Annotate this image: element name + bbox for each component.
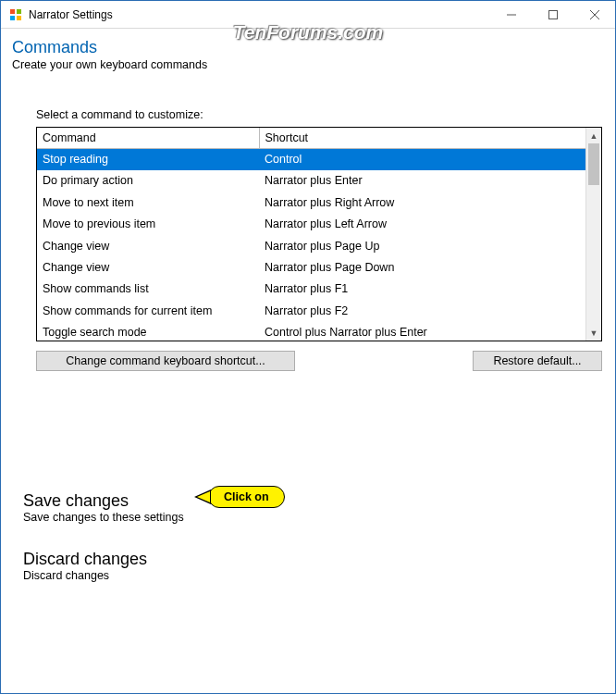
table-label: Select a command to customize: [36,108,602,121]
cell-shortcut: Narrator plus Page Up [259,236,585,257]
cell-shortcut: Narrator plus Left Arrow [259,214,585,235]
table-row[interactable]: Move to previous itemNarrator plus Left … [37,214,585,235]
scroll-up-icon[interactable]: ▲ [586,128,601,143]
svg-rect-1 [17,9,21,14]
table-row[interactable]: Show commands listNarrator plus F1 [37,279,585,300]
cell-command: Stop reading [37,149,259,171]
scroll-thumb[interactable] [588,143,599,185]
cell-shortcut: Narrator plus F2 [259,301,585,322]
save-changes-sub: Save changes to these settings [23,511,604,524]
cell-shortcut: Narrator plus Right Arrow [259,192,585,214]
cell-command: Do primary action [37,170,259,192]
cell-shortcut: Narrator plus F1 [259,279,585,300]
close-button[interactable] [573,1,615,28]
page-heading: Commands [12,38,604,57]
cell-command: Move to next item [37,192,259,214]
scroll-down-icon[interactable]: ▼ [586,325,601,341]
column-header-shortcut[interactable]: Shortcut [259,128,585,149]
svg-rect-3 [17,16,21,20]
cell-shortcut: Control [259,149,585,171]
app-icon [8,7,23,22]
table-row[interactable]: Toggle search modeControl plus Narrator … [37,322,585,341]
cell-command: Change view [37,236,259,257]
svg-rect-2 [10,16,15,20]
discard-changes-sub: Discard changes [23,569,604,582]
cell-command: Change view [37,257,259,279]
column-header-command[interactable]: Command [37,128,259,149]
table-row[interactable]: Change viewNarrator plus Page Up [37,236,585,257]
change-shortcut-button[interactable]: Change command keyboard shortcut... [36,351,295,371]
cell-shortcut: Narrator plus Page Down [259,257,585,279]
table-row[interactable]: Do primary actionNarrator plus Enter [37,170,585,192]
page-subtitle: Create your own keyboard commands [12,58,604,71]
svg-rect-0 [10,9,15,14]
cell-command: Show commands for current item [37,301,259,322]
svg-rect-5 [548,10,557,19]
window-controls [490,1,615,28]
cell-command: Move to previous item [37,214,259,235]
callout-annotation: Click on [194,486,285,508]
save-changes-link[interactable]: Save changes [23,491,604,511]
minimize-button[interactable] [490,1,532,28]
callout-arrow-icon [194,490,211,504]
cell-shortcut: Narrator plus Enter [259,170,585,192]
table-row[interactable]: Stop readingControl [37,149,585,171]
cell-command: Toggle search mode [37,322,259,341]
callout-text: Click on [208,486,285,508]
table-row[interactable]: Change viewNarrator plus Page Down [37,257,585,279]
table-row[interactable]: Move to next itemNarrator plus Right Arr… [37,192,585,214]
cell-shortcut: Control plus Narrator plus Enter [259,322,585,341]
content-area: Commands Create your own keyboard comman… [1,29,615,619]
cell-command: Show commands list [37,279,259,300]
titlebar: Narrator Settings [1,1,615,29]
scrollbar[interactable]: ▲ ▼ [585,128,601,341]
table-row[interactable]: Show commands for current itemNarrator p… [37,301,585,322]
maximize-button[interactable] [532,1,573,28]
restore-default-button[interactable]: Restore default... [473,351,602,371]
discard-changes-link[interactable]: Discard changes [23,550,604,569]
commands-table[interactable]: Command Shortcut Stop readingControlDo p… [36,127,602,341]
window-title: Narrator Settings [29,8,490,21]
